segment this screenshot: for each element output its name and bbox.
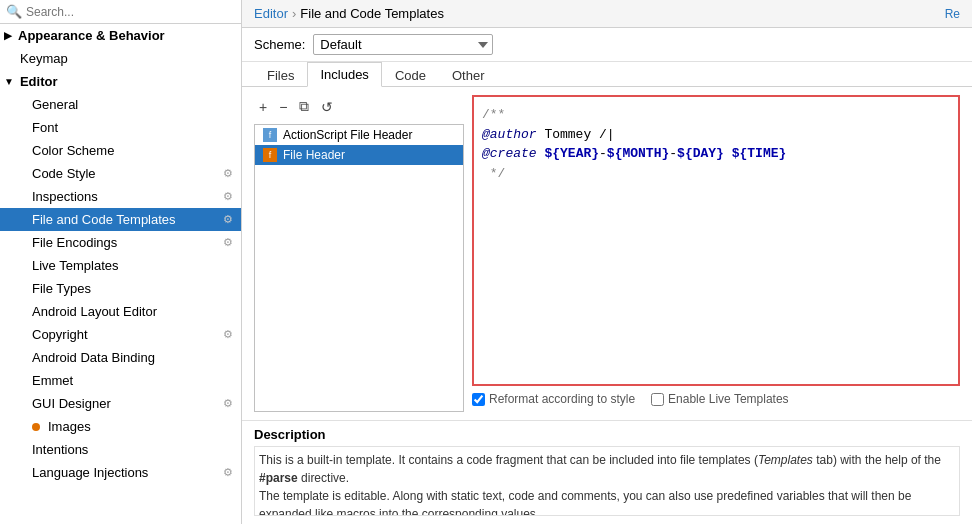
enable-live-checkbox[interactable]	[651, 393, 664, 406]
sidebar-item-android-data-binding[interactable]: Android Data Binding	[0, 346, 241, 369]
breadcrumb-sep: ›	[292, 6, 296, 21]
template-list[interactable]: fActionScript File HeaderfFile Header	[254, 124, 464, 412]
tab-files[interactable]: Files	[254, 63, 307, 87]
sidebar-item-android-layout-editor[interactable]: Android Layout Editor	[0, 300, 241, 323]
copy-template-button[interactable]: ⧉	[294, 95, 314, 118]
sidebar-item-images[interactable]: Images	[0, 415, 241, 438]
sidebar-item-label-emmet: Emmet	[32, 373, 73, 388]
reformat-label[interactable]: Reformat according to style	[472, 392, 635, 406]
sidebar-item-code-style[interactable]: Code Style⚙	[0, 162, 241, 185]
breadcrumb: Editor › File and Code Templates Re	[242, 0, 972, 28]
sidebar-item-keymap[interactable]: Keymap	[0, 47, 241, 70]
sidebar-item-label-copyright: Copyright	[32, 327, 88, 342]
gear-icon: ⚙	[223, 328, 233, 341]
sidebar-item-label-font: Font	[32, 120, 58, 135]
template-file-icon: f	[263, 128, 277, 142]
sidebar-item-label-appearance: Appearance & Behavior	[18, 28, 165, 43]
sidebar-item-label-color-scheme: Color Scheme	[32, 143, 114, 158]
search-bar[interactable]: 🔍	[0, 0, 241, 24]
sidebar-item-general[interactable]: General	[0, 93, 241, 116]
template-item-label: File Header	[283, 148, 345, 162]
sidebar-item-label-android-data-binding: Android Data Binding	[32, 350, 155, 365]
scheme-select[interactable]: Default Project	[313, 34, 493, 55]
tab-code[interactable]: Code	[382, 63, 439, 87]
sidebar-item-file-encodings[interactable]: File Encodings⚙	[0, 231, 241, 254]
sidebar-item-label-file-code-templates: File and Code Templates	[32, 212, 176, 227]
gear-icon: ⚙	[223, 236, 233, 249]
sidebar-item-file-types[interactable]: File Types	[0, 277, 241, 300]
description-label: Description	[254, 421, 960, 446]
template-item-file-header[interactable]: fFile Header	[255, 145, 463, 165]
description-text: This is a built-in template. It contains…	[254, 446, 960, 516]
editor-box[interactable]: /** @author Tommey /| @create ${YEAR}-${…	[472, 95, 960, 386]
gear-icon: ⚙	[223, 213, 233, 226]
sidebar-item-label-intentions: Intentions	[32, 442, 88, 457]
template-item-label: ActionScript File Header	[283, 128, 412, 142]
tabs-row: FilesIncludesCodeOther	[242, 62, 972, 87]
list-toolbar: + − ⧉ ↺	[254, 95, 464, 118]
editor-footer: Reformat according to style Enable Live …	[472, 386, 960, 412]
search-icon: 🔍	[6, 4, 22, 19]
editor-line-1: /**	[482, 105, 950, 125]
gear-icon: ⚙	[223, 397, 233, 410]
main-content: Editor › File and Code Templates Re Sche…	[242, 0, 972, 524]
tab-includes[interactable]: Includes	[307, 62, 381, 87]
reformat-checkbox[interactable]	[472, 393, 485, 406]
gear-icon: ⚙	[223, 167, 233, 180]
sidebar-item-copyright[interactable]: Copyright⚙	[0, 323, 241, 346]
sidebar-item-emmet[interactable]: Emmet	[0, 369, 241, 392]
template-list-container: + − ⧉ ↺ fActionScript File HeaderfFile H…	[254, 95, 464, 412]
sidebar-item-file-code-templates[interactable]: File and Code Templates⚙	[0, 208, 241, 231]
remove-template-button[interactable]: −	[274, 96, 292, 118]
sidebar-item-label-inspections: Inspections	[32, 189, 98, 204]
editor-line-4: */	[482, 164, 950, 184]
scheme-row: Scheme: Default Project	[242, 28, 972, 62]
scheme-label: Scheme:	[254, 37, 305, 52]
nav-list: ▶Appearance & BehaviorKeymap▼EditorGener…	[0, 24, 241, 484]
sidebar-item-label-live-templates: Live Templates	[32, 258, 118, 273]
sidebar-item-label-keymap: Keymap	[20, 51, 68, 66]
sidebar-item-label-images: Images	[48, 419, 91, 434]
breadcrumb-parent[interactable]: Editor	[254, 6, 288, 21]
sidebar-item-inspections[interactable]: Inspections⚙	[0, 185, 241, 208]
sidebar-item-language-injections[interactable]: Language Injections⚙	[0, 461, 241, 484]
search-input[interactable]	[26, 5, 235, 19]
sidebar-item-color-scheme[interactable]: Color Scheme	[0, 139, 241, 162]
sidebar-item-label-file-encodings: File Encodings	[32, 235, 117, 250]
gear-icon: ⚙	[223, 190, 233, 203]
sidebar-item-label-gui-designer: GUI Designer	[32, 396, 111, 411]
appearance-arrow-icon: ▶	[4, 30, 12, 41]
breadcrumb-current: File and Code Templates	[300, 6, 444, 21]
template-file-icon: f	[263, 148, 277, 162]
sidebar-item-live-templates[interactable]: Live Templates	[0, 254, 241, 277]
sidebar-item-label-general: General	[32, 97, 78, 112]
sidebar-item-label-editor: Editor	[20, 74, 58, 89]
tab-other[interactable]: Other	[439, 63, 498, 87]
template-item-actionscript-header[interactable]: fActionScript File Header	[255, 125, 463, 145]
gear-icon: ⚙	[223, 466, 233, 479]
sidebar-item-label-android-layout-editor: Android Layout Editor	[32, 304, 157, 319]
reset-template-button[interactable]: ↺	[316, 96, 338, 118]
editor-arrow-icon: ▼	[4, 76, 14, 87]
sidebar-item-editor[interactable]: ▼Editor	[0, 70, 241, 93]
sidebar-item-font[interactable]: Font	[0, 116, 241, 139]
description-section: Description This is a built-in template.…	[242, 420, 972, 524]
sidebar-item-label-language-injections: Language Injections	[32, 465, 148, 480]
orange-dot-icon	[32, 423, 40, 431]
editor-line-3: @create ${YEAR}-${MONTH}-${DAY} ${TIME}	[482, 144, 950, 164]
enable-live-label[interactable]: Enable Live Templates	[651, 392, 789, 406]
sidebar-item-label-file-types: File Types	[32, 281, 91, 296]
sidebar: 🔍 ▶Appearance & BehaviorKeymap▼EditorGen…	[0, 0, 242, 524]
reset-button[interactable]: Re	[945, 7, 960, 21]
editor-line-2: @author Tommey /|	[482, 125, 950, 145]
template-editor: /** @author Tommey /| @create ${YEAR}-${…	[472, 95, 960, 412]
sidebar-item-intentions[interactable]: Intentions	[0, 438, 241, 461]
add-template-button[interactable]: +	[254, 96, 272, 118]
sidebar-item-label-code-style: Code Style	[32, 166, 96, 181]
templates-panel: + − ⧉ ↺ fActionScript File HeaderfFile H…	[242, 87, 972, 420]
sidebar-item-appearance[interactable]: ▶Appearance & Behavior	[0, 24, 241, 47]
sidebar-item-gui-designer[interactable]: GUI Designer⚙	[0, 392, 241, 415]
